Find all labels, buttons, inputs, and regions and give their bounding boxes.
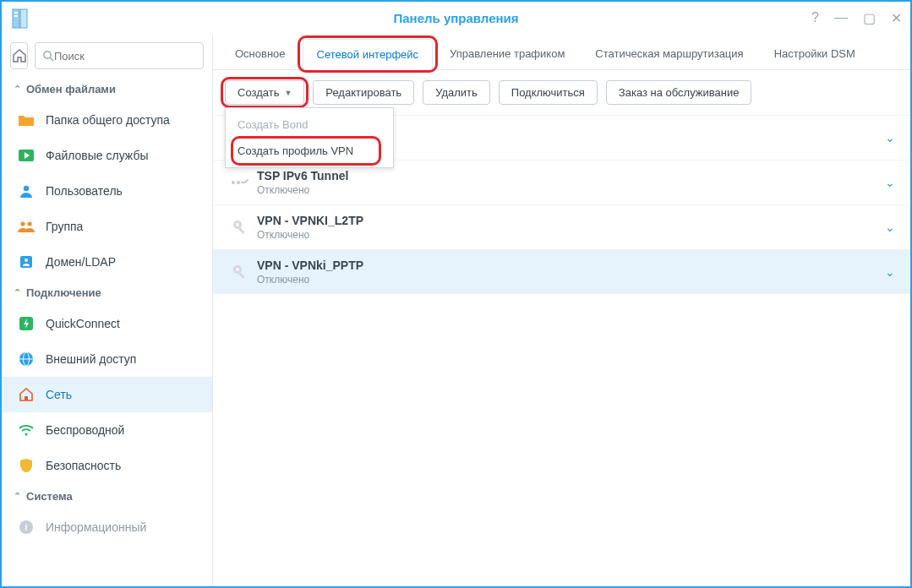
svg-rect-31 [238, 272, 245, 279]
svg-point-8 [24, 186, 29, 191]
create-dropdown: Создать Bond Создать профиль VPN [225, 107, 394, 168]
user-icon [17, 182, 35, 200]
group-icon [17, 217, 35, 236]
interface-status: Отключено [257, 229, 885, 241]
interface-title: VPN - VPNKI_L2TP [257, 214, 885, 227]
wifi-icon [17, 421, 35, 439]
chevron-down-icon[interactable]: ⌄ [885, 220, 895, 234]
svg-point-25 [237, 181, 240, 184]
help-button[interactable]: ? [811, 10, 819, 26]
tab-static-route[interactable]: Статическая маршрутизация [582, 39, 756, 69]
caret-down-icon: ▼ [284, 89, 292, 97]
sidebar-item-security[interactable]: Безопасность [2, 448, 212, 483]
info-icon: i [17, 518, 35, 536]
delete-button[interactable]: Удалить [423, 80, 490, 105]
sidebar-item-info[interactable]: i Информационный [2, 509, 212, 545]
service-order-button[interactable]: Заказ на обслуживание [606, 80, 752, 105]
tab-network-interface[interactable]: Сетевой интерфейс [303, 39, 434, 70]
connect-button[interactable]: Подключиться [499, 80, 598, 105]
section-file-sharing[interactable]: ⌃ Обмен файлами [2, 76, 212, 102]
network-icon [17, 385, 35, 404]
svg-point-30 [236, 268, 239, 271]
svg-point-9 [20, 221, 25, 226]
search-field[interactable] [35, 42, 204, 69]
interface-status: Отключено [257, 274, 885, 286]
interface-row[interactable]: VPN - VPNki_PPTPОтключено⌄ [213, 249, 910, 294]
tab-general[interactable]: Основное [221, 39, 299, 69]
section-system[interactable]: ⌃ Система [2, 483, 212, 509]
home-icon [12, 48, 27, 63]
titlebar: Панель управления ? — ▢ ✕ [2, 2, 910, 35]
file-services-icon [17, 146, 35, 165]
key-icon [223, 264, 257, 280]
home-button[interactable] [10, 42, 28, 69]
chevron-down-icon[interactable]: ⌄ [885, 131, 895, 144]
sidebar: ⌃ Обмен файлами Папка общего доступа Фай… [2, 35, 213, 586]
svg-rect-2 [14, 12, 18, 14]
svg-point-10 [27, 221, 31, 226]
close-button[interactable]: ✕ [891, 10, 902, 26]
shield-icon [17, 456, 35, 475]
edit-button[interactable]: Редактировать [313, 80, 414, 105]
sidebar-item-file-services[interactable]: Файловые службы [2, 138, 212, 173]
window-title: Панель управления [2, 11, 910, 25]
minimize-button[interactable]: — [834, 10, 848, 26]
app-icon [12, 8, 30, 31]
sidebar-item-group[interactable]: Группа [2, 209, 212, 244]
chevron-down-icon[interactable]: ⌄ [885, 176, 895, 189]
svg-line-5 [50, 57, 53, 61]
key-icon [223, 219, 257, 236]
search-input[interactable] [54, 50, 196, 63]
interface-title: VPN - VPNki_PPTP [257, 259, 885, 272]
svg-point-12 [25, 259, 28, 262]
svg-point-4 [44, 52, 51, 58]
sidebar-item-user[interactable]: Пользователь [2, 173, 212, 209]
globe-icon [17, 350, 35, 368]
quickconnect-icon [17, 314, 35, 333]
interface-row[interactable]: VPN - VPNKI_L2TPОтключено⌄ [213, 204, 910, 249]
plug-icon [223, 177, 257, 188]
create-button[interactable]: Создать ▼ [225, 80, 304, 105]
section-connect[interactable]: ⌃ Подключение [2, 280, 212, 306]
svg-rect-1 [20, 9, 27, 28]
svg-text:i: i [25, 522, 27, 532]
dropdown-create-vpn[interactable]: Создать профиль VPN [226, 138, 393, 164]
tab-dsm-settings[interactable]: Настройки DSM [761, 39, 869, 69]
interface-list: PPPoEОтключено⌄TSP IPv6 TunnelОтключено⌄… [213, 115, 910, 586]
sidebar-item-shared-folder[interactable]: Папка общего доступа [2, 102, 212, 138]
chevron-up-icon: ⌃ [14, 84, 21, 95]
maximize-button[interactable]: ▢ [863, 10, 876, 26]
interface-title: TSP IPv6 Tunnel [257, 169, 885, 182]
sidebar-item-wireless[interactable]: Беспроводной [2, 412, 212, 448]
tab-bar: Основное Сетевой интерфейс Управление тр… [213, 35, 910, 70]
svg-rect-28 [238, 227, 245, 234]
dropdown-create-bond: Создать Bond [226, 112, 393, 138]
svg-point-19 [25, 433, 27, 435]
chevron-down-icon[interactable]: ⌄ [885, 265, 895, 279]
sidebar-item-network[interactable]: Сеть [2, 377, 212, 412]
svg-point-24 [232, 181, 235, 184]
interface-status: Отключено [257, 184, 885, 196]
chevron-up-icon: ⌃ [14, 491, 21, 502]
sidebar-item-external-access[interactable]: Внешний доступ [2, 341, 212, 377]
tab-traffic-control[interactable]: Управление трафиком [436, 39, 578, 69]
svg-rect-3 [14, 15, 18, 17]
svg-rect-18 [25, 396, 28, 400]
chevron-up-icon: ⌃ [14, 287, 21, 298]
control-panel-window: Панель управления ? — ▢ ✕ ⌃ Обмен файлам… [0, 0, 912, 588]
svg-point-27 [236, 223, 239, 226]
toolbar: Создать ▼ Редактировать Удалить Подключи… [213, 70, 910, 115]
search-icon [42, 50, 54, 62]
domain-icon [17, 253, 35, 271]
sidebar-item-domain-ldap[interactable]: Домен/LDAP [2, 244, 212, 280]
folder-icon [17, 111, 35, 129]
sidebar-item-quickconnect[interactable]: QuickConnect [2, 306, 212, 341]
main-content: Основное Сетевой интерфейс Управление тр… [213, 35, 910, 586]
